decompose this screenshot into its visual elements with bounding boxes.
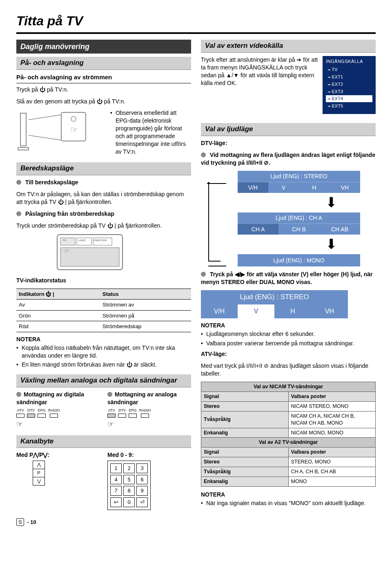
heading-channel: Kanalbyte xyxy=(16,435,191,448)
bullet-icon xyxy=(201,272,206,277)
bullet-icon xyxy=(16,392,21,397)
cell: CH A xyxy=(238,224,278,235)
arrow-down-icon: ⬇ xyxy=(287,197,376,208)
svg-rect-1 xyxy=(18,148,29,150)
subhead-from-standby: Påslagning från strömberedskap xyxy=(25,210,114,217)
recv-analog: Mottagning av analoga sändningar xyxy=(107,391,177,405)
note-item: Valbara poster varierar beroende på mott… xyxy=(206,340,354,347)
recv-digital: Mottagning av digitala sändningar xyxy=(16,391,84,405)
atv-label: ATV-läge: xyxy=(201,351,227,357)
to-standby-body: Om TV:n är påslagen, så kan den ställas … xyxy=(16,190,191,206)
menu-item: TV xyxy=(326,66,372,73)
cell: CH B xyxy=(278,224,319,235)
cell: H xyxy=(274,304,311,318)
mode-label: ATV xyxy=(108,408,115,412)
key: 5 xyxy=(123,475,135,485)
cell: V/H xyxy=(238,182,268,193)
bullet-icon xyxy=(201,152,206,157)
bullet-icon xyxy=(16,361,18,369)
key: 6 xyxy=(136,475,148,485)
menu-title: INGÅNGSKÄLLA xyxy=(326,58,372,65)
channel-p-label: Med P⋀/P⋁: xyxy=(16,452,49,458)
key: 2 xyxy=(123,463,135,473)
mode-label: RADIO xyxy=(139,408,151,412)
svg-text:FUNCTION: FUNCTION xyxy=(94,239,107,242)
note-item: Ljudlägesmenyn slocknar efter 6 sekunder… xyxy=(206,330,315,338)
table-title: Val av NICAM TV-sändningar xyxy=(201,382,376,392)
bullet-icon xyxy=(107,392,112,397)
bullet-icon xyxy=(201,499,203,507)
bullet-icon xyxy=(110,109,112,155)
key: 4 xyxy=(110,475,122,485)
note-heading: NOTERA xyxy=(16,336,191,343)
table-cell: Av xyxy=(16,300,100,311)
table-cell: Strömmen av xyxy=(100,300,191,311)
key: 1 xyxy=(110,463,122,473)
menu-item: EXT5 xyxy=(326,103,372,110)
key: ⏎ xyxy=(136,497,148,507)
menu-item-selected: EXT4 xyxy=(326,95,372,102)
bullet-icon xyxy=(16,180,21,185)
dtv-heading: Vid mottagning av flera ljudlägen ändras… xyxy=(201,152,375,166)
menu-item: EXT2 xyxy=(326,81,372,88)
note-heading: NOTERA xyxy=(201,322,376,329)
svg-text:LIGHT: LIGHT xyxy=(78,239,86,242)
table-cell: Röd xyxy=(16,321,100,332)
cell: VH xyxy=(311,304,348,318)
note-item: Koppla alltid loss nätkabeln från nätutt… xyxy=(22,344,191,360)
cha-box: Ljud (ENG) : CH A CH A CH B CH AB xyxy=(238,213,360,235)
mode-indicators: ATV DTV EPG RADIO xyxy=(16,408,100,418)
table-cell: CH A, CH B, CH AB xyxy=(288,467,376,477)
mode-label: RADIO xyxy=(48,408,60,412)
svg-text:☞: ☞ xyxy=(70,125,78,135)
svg-rect-0 xyxy=(20,113,26,146)
footer-page: - 10 xyxy=(27,519,36,525)
cell: VH xyxy=(330,182,360,193)
heading-ext-source: Val av extern videokälla xyxy=(201,40,376,53)
table-cell: Enkanalig xyxy=(201,477,289,486)
svg-line-2 xyxy=(29,115,61,120)
heading-switch: Växling mellan analoga och digitala sänd… xyxy=(16,374,191,387)
table-cell: MONO xyxy=(288,477,376,486)
cell: V/H xyxy=(201,304,238,318)
indicator-col1: Indikatorn ⏻ | xyxy=(16,289,100,300)
right-column: Val av extern videokälla INGÅNGSKÄLLA TV… xyxy=(201,40,376,510)
indicator-col2: Status xyxy=(100,289,191,300)
audio-flow-diagram: Ljud (ENG) : STEREO V/H V H VH ⬇ Ljud (E… xyxy=(201,171,376,267)
mode-label: ATV xyxy=(17,408,24,412)
svg-line-3 xyxy=(29,135,61,140)
table-cell: STEREO, MONO xyxy=(288,457,376,467)
box-head: Ljud (ENG) : CH A xyxy=(238,213,360,224)
table-title: Val av A2 TV-sändningar xyxy=(201,438,376,447)
table-cell: Strömberedskap xyxy=(100,321,191,332)
stereo-box: Ljud (ENG) : STEREO V/H V H VH xyxy=(238,171,360,193)
lr-heading: Tryck på ◀/▶ för att välja vänster (V) e… xyxy=(201,271,372,285)
cell: V xyxy=(268,182,299,193)
key: 0 xyxy=(123,497,135,507)
p-down-icon: ⋁ xyxy=(33,477,45,485)
remote-illustration: TV LIGHT FUNCTION ☞ xyxy=(53,234,127,271)
svg-text:TV: TV xyxy=(63,239,66,242)
box-head: Ljud (ENG) : STEREO xyxy=(238,171,360,182)
col-head: Signal xyxy=(201,447,289,457)
key: 7 xyxy=(110,486,122,496)
heading-daily: Daglig manövrering xyxy=(16,40,191,54)
key: 8 xyxy=(123,486,135,496)
power-line2: Slå av den genom att trycka på ⏻ på TV:n… xyxy=(16,98,191,105)
indicator-heading: TV-indikatorstatus xyxy=(16,277,191,284)
col-head: Valbara poster xyxy=(288,392,376,402)
mode-label: DTV xyxy=(27,408,35,412)
power-line1: Tryck på ⏻ på TV:n. xyxy=(16,86,191,94)
mode-label: EPG xyxy=(38,408,45,412)
col-head: Valbara poster xyxy=(288,447,376,457)
key: ↩ xyxy=(110,497,122,507)
left-column: Daglig manövrering På- och avslagning På… xyxy=(16,40,191,510)
p-label: P xyxy=(33,469,45,477)
page-title: Titta på TV xyxy=(16,12,376,30)
heading-onoff: På- och avslagning xyxy=(16,57,191,70)
menu-item: EXT3 xyxy=(326,88,372,95)
hand-icon: ☞ xyxy=(107,419,191,429)
atv-body: Med vart tryck på I/II/I+II ⊘ ändras lju… xyxy=(201,362,376,378)
key: 9 xyxy=(136,486,148,496)
bullet-icon xyxy=(16,211,21,216)
